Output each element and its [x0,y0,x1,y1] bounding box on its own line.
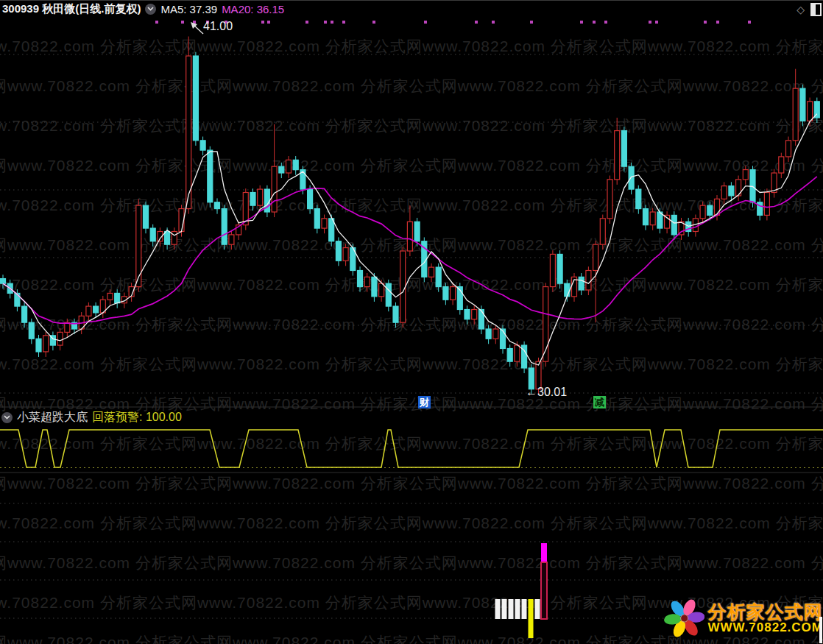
indicator-alert-readout: 回落预警: 100.00 [92,410,182,425]
alert-value: 100.00 [146,411,182,423]
alert-label: 回落预警: [92,411,142,423]
logo-site-name: 分析家公式网 [707,602,823,621]
indicator-panel-header: 小菜超跌大底 回落预警: 100.00 [0,408,182,426]
cai-event-badge: 财 [418,396,431,408]
jian-event-badge: 减 [593,396,606,408]
main-chart-header: 300939 秋田微(日线.前复权) MA5: 37.39 MA20: 36.1… [0,1,823,17]
ma5-label: MA5: [160,3,186,15]
site-logo: 分析家公式网 WWW.70822.COM [664,593,823,643]
ma20-readout: MA20: 36.15 [222,3,284,15]
flower-logo-icon [664,594,704,643]
chevron-down-icon[interactable] [145,4,156,15]
indicator-name: 小菜超跌大底 [17,410,88,425]
ma5-value: 37.39 [190,3,218,15]
candlestick-chart-canvas[interactable] [0,1,823,644]
ma20-label: MA20: [222,3,253,15]
chevron-down-icon[interactable] [1,412,13,423]
stock-title: 300939 秋田微(日线.前复权) [2,2,141,16]
trough-price-annotation: ←30.01 [526,386,567,399]
header-right-icons: ◇ [796,3,822,16]
logo-edge-bar [819,617,822,643]
diamond-icon[interactable]: ◇ [796,4,805,15]
panel-layout-icon[interactable] [810,3,822,16]
ma20-value: 36.15 [257,3,285,15]
peak-price-annotation: 41.00 [203,20,233,33]
logo-site-url: WWW.70822.COM [707,621,823,634]
chart-app-window: 分析家公式网www.70822.com 分析家公式网www.70822.com … [0,0,823,644]
ma5-readout: MA5: 37.39 [160,3,217,15]
